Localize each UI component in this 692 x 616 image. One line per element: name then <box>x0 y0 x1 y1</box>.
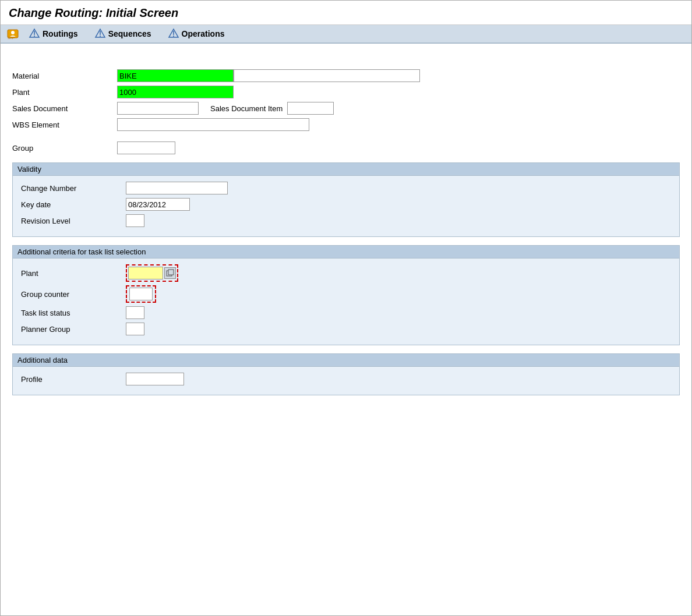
wbs-label: WBS Element <box>12 121 117 129</box>
svg-rect-13 <box>168 270 174 275</box>
sales-doc-label: Sales Document <box>12 104 117 113</box>
material-input[interactable] <box>117 69 234 82</box>
menu-sequences-label: Sequences <box>108 29 151 38</box>
group-input[interactable] <box>117 141 175 154</box>
additional-criteria-section: Additional criteria for task list select… <box>12 245 680 345</box>
change-number-row: Change Number <box>21 182 671 194</box>
plant-input[interactable] <box>117 86 234 98</box>
planner-group-row: Planner Group <box>21 323 671 335</box>
additional-criteria-header: Additional criteria for task list select… <box>13 246 679 259</box>
menu-operations-label: Operations <box>182 29 225 38</box>
validity-section: Validity Change Number Key date Revision… <box>12 162 680 237</box>
svg-point-1 <box>11 31 15 34</box>
title-bar: Change Routing: Initial Screen <box>1 1 691 25</box>
plant-copy-button[interactable] <box>164 267 176 279</box>
sales-doc-row: Sales Document Sales Document Item <box>12 102 680 115</box>
change-number-input[interactable] <box>126 182 228 194</box>
additional-data-content: Profile <box>13 367 679 395</box>
validity-header: Validity <box>13 163 679 176</box>
group-counter-input[interactable] <box>129 288 153 300</box>
page-title: Change Routing: Initial Screen <box>9 6 683 20</box>
task-status-row: Task list status <box>21 306 671 319</box>
material-label: Material <box>12 72 117 80</box>
group-label: Group <box>12 144 117 153</box>
toolbar: SAP Routings Sequences <box>1 25 691 44</box>
planner-group-label: Planner Group <box>21 325 126 334</box>
task-status-input[interactable] <box>126 306 144 319</box>
svg-text:SAP: SAP <box>8 36 15 40</box>
group-row: Group <box>12 141 680 154</box>
key-date-row: Key date <box>21 198 671 211</box>
revision-level-row: Revision Level <box>21 214 671 227</box>
group-counter-dashed-wrapper <box>126 285 156 303</box>
svg-point-8 <box>100 36 101 37</box>
material-row: Material <box>12 69 680 82</box>
group-counter-label: Group counter <box>21 290 126 299</box>
additional-data-section: Additional data Profile <box>12 353 680 395</box>
svg-point-11 <box>173 36 174 37</box>
menu-operations[interactable]: Operations <box>168 28 225 40</box>
planner-group-input[interactable] <box>126 323 144 335</box>
material-ext-input[interactable] <box>234 69 420 82</box>
criteria-plant-label: Plant <box>21 269 126 278</box>
change-number-label: Change Number <box>21 184 126 193</box>
plant-label: Plant <box>12 88 117 97</box>
revision-level-label: Revision Level <box>21 217 126 225</box>
profile-label: Profile <box>21 375 126 384</box>
criteria-plant-input[interactable] <box>128 267 163 279</box>
key-date-input[interactable] <box>126 198 190 211</box>
menu-routings[interactable]: Routings <box>29 28 78 40</box>
sap-menu-icon[interactable]: SAP <box>6 27 19 40</box>
revision-level-input[interactable] <box>126 214 144 227</box>
profile-input[interactable] <box>126 373 184 385</box>
content-area: Material Plant Sales Document Sales Docu… <box>1 44 691 413</box>
group-counter-row: Group counter <box>21 285 671 303</box>
validity-content: Change Number Key date Revision Level <box>13 176 679 236</box>
profile-row: Profile <box>21 373 671 385</box>
sales-doc-input[interactable] <box>117 102 199 115</box>
menu-sequences[interactable]: Sequences <box>94 28 151 40</box>
task-status-label: Task list status <box>21 309 126 317</box>
sales-doc-item-input[interactable] <box>287 102 334 115</box>
sales-doc-item-label: Sales Document Item <box>210 104 283 113</box>
menu-routings-label: Routings <box>43 29 78 38</box>
plant-row: Plant <box>12 86 680 98</box>
additional-data-header: Additional data <box>13 354 679 367</box>
key-date-label: Key date <box>21 200 126 209</box>
plant-dashed-wrapper <box>126 264 178 282</box>
criteria-plant-row: Plant <box>21 264 671 282</box>
wbs-input[interactable] <box>117 118 309 131</box>
wbs-row: WBS Element <box>12 118 680 131</box>
svg-point-5 <box>34 36 35 37</box>
additional-criteria-content: Plant Group counter <box>13 259 679 345</box>
